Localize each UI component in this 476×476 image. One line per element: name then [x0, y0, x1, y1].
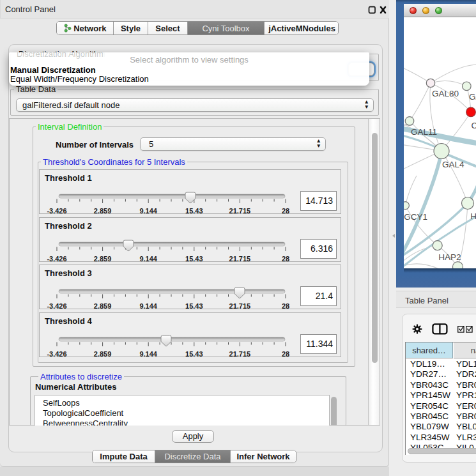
svg-text:H: H	[470, 211, 476, 221]
svg-text:C: C	[472, 121, 476, 130]
svg-text:GCY1: GCY1	[404, 212, 427, 222]
svg-text:GAL4: GAL4	[442, 160, 464, 169]
svg-text:GA: GA	[469, 92, 476, 102]
svg-text:GAL80: GAL80	[432, 89, 459, 98]
svg-text:GAL11: GAL11	[411, 127, 437, 137]
svg-text:HAP2: HAP2	[438, 252, 461, 262]
